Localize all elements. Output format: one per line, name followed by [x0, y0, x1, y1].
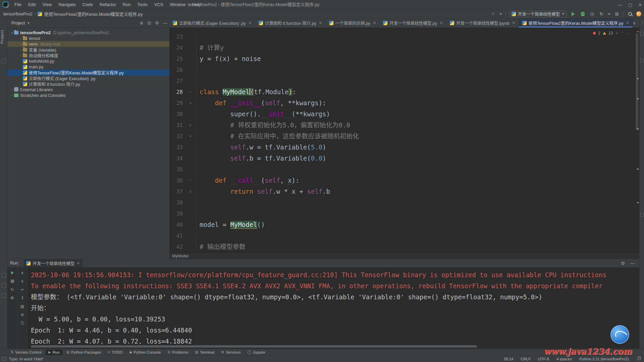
editor-scrollbar[interactable]: [635, 28, 639, 253]
rerun-button[interactable]: [10, 270, 15, 276]
close-tab-icon[interactable]: ✕: [249, 21, 252, 25]
profiler-button[interactable]: ◷: [589, 11, 595, 17]
editor-tab[interactable]: 使用TensorFlow2里的Keras.Model模型定义程序.py✕: [519, 18, 633, 27]
plugin-orange-icon[interactable]: [636, 11, 641, 16]
search-everywhere-icon[interactable]: [627, 11, 633, 17]
close-button[interactable]: ✕: [638, 2, 642, 7]
soft-wrap-icon[interactable]: ↩: [20, 287, 25, 292]
readonly-lock-icon[interactable]: [638, 358, 641, 360]
tree-item[interactable]: ∨tensorflowPro2D:\python_pro\tensorflowP…: [7, 30, 169, 36]
tree-caret-icon[interactable]: ›: [19, 37, 23, 40]
caret-position[interactable]: 28:14: [503, 357, 513, 361]
hide-panel-icon[interactable]: —: [163, 20, 167, 25]
restart-icon[interactable]: ↻: [10, 287, 15, 292]
toolwindow-button-todo[interactable]: ≡TODO: [105, 350, 125, 355]
notifications-icon[interactable]: [640, 32, 644, 36]
fold-marker-icon[interactable]: ∨: [184, 120, 197, 131]
tree-caret-icon[interactable]: ›: [10, 88, 14, 92]
run-button[interactable]: [570, 11, 576, 17]
hide-panel-icon[interactable]: —: [630, 261, 635, 266]
tree-item[interactable]: ›tensor: [7, 36, 169, 41]
fold-marker-icon[interactable]: ∨: [184, 131, 197, 142]
more-run-options-icon[interactable]: [608, 13, 610, 15]
git-dropdown-icon[interactable]: [499, 13, 502, 15]
stop-button[interactable]: [614, 11, 620, 17]
line-separator[interactable]: CRLF: [521, 357, 531, 361]
more-options-icon[interactable]: ⋮: [641, 21, 644, 25]
code-editor[interactable]: 2324# 计算y25y = f(x) + noise262728−class …: [169, 28, 639, 253]
maximize-button[interactable]: ▢: [628, 2, 632, 7]
python-interpreter[interactable]: Python 3.11 (tensorflowPro2): [579, 357, 629, 361]
hidden-tabs-icon[interactable]: ∨: [633, 21, 636, 25]
editor-tab[interactable]: 一个简单的示例.py✕: [326, 18, 380, 27]
sciview-icon[interactable]: [640, 59, 644, 62]
clear-console-icon[interactable]: ⊘: [20, 312, 25, 317]
database-icon[interactable]: [640, 213, 644, 217]
tree-caret-icon[interactable]: ›: [10, 94, 14, 97]
debug-toolwindow-icon[interactable]: [1, 293, 6, 298]
toolwindow-button-version-control[interactable]: ⇅Version Control: [8, 350, 44, 355]
run-configuration-select[interactable]: 开发一个简单线性模型: [509, 11, 567, 17]
menu-edit[interactable]: Edit: [25, 1, 38, 8]
stop-run-button[interactable]: [10, 279, 15, 284]
print-icon[interactable]: ▤: [20, 304, 25, 309]
toolwindow-button-jupyter[interactable]: ◯Jupyter: [245, 350, 268, 355]
coverage-button[interactable]: ↻: [598, 11, 604, 17]
floating-widget-icon[interactable]: [610, 325, 629, 344]
tree-caret-icon[interactable]: ›: [19, 43, 23, 46]
close-tab-icon[interactable]: ✕: [626, 21, 629, 25]
close-tab-icon[interactable]: ✕: [440, 21, 443, 25]
editor-tab[interactable]: 计算图和 tf.function 简介.py✕: [255, 18, 326, 27]
run-settings-icon[interactable]: ⚙: [10, 295, 15, 301]
tree-item[interactable]: 使用TensorFlow2里的Keras.Model模型定义程序.py: [7, 70, 169, 75]
minimize-button[interactable]: —: [618, 2, 622, 7]
tree-caret-icon[interactable]: ›: [19, 48, 23, 52]
tree-item[interactable]: main.py: [7, 64, 169, 70]
favorites-icon[interactable]: [1, 283, 6, 288]
toolwindow-button-python-console[interactable]: ◆Python Console: [127, 350, 164, 355]
menu-code[interactable]: Code: [80, 1, 96, 8]
bookmarks-icon[interactable]: [1, 59, 6, 63]
locate-file-icon[interactable]: ⊕: [140, 20, 144, 25]
run-console-output[interactable]: 2025-10-06 19:15:56.904153: I tensorflow…: [31, 269, 639, 344]
project-panel-title[interactable]: Project: [11, 20, 25, 25]
tree-item[interactable]: 立即执行模式 (Eager Execution) .py: [7, 75, 169, 81]
toolwindow-button-problems[interactable]: ⊘Problems: [165, 350, 191, 355]
menu-file[interactable]: File: [12, 1, 24, 8]
indent-style[interactable]: 4 spaces: [556, 357, 572, 361]
structure-icon[interactable]: [1, 273, 6, 278]
scroll-to-end-icon[interactable]: ↧: [20, 295, 25, 301]
up-stacktrace-icon[interactable]: ∧: [20, 270, 25, 276]
breadcrumb-file[interactable]: 使用TensorFlow2里的Keras.Model模型定义程序.py: [44, 11, 143, 17]
close-tab-icon[interactable]: ✕: [373, 21, 376, 25]
tree-item[interactable]: ›变量 (Variable): [7, 47, 169, 53]
git-branch-icon[interactable]: ⑂: [490, 11, 496, 17]
toolwindow-button-services[interactable]: ⚙Services: [218, 350, 243, 355]
file-encoding[interactable]: UTF-8: [538, 357, 549, 361]
tree-item[interactable]: ›External Libraries: [7, 87, 169, 93]
breadcrumb-class[interactable]: MyModel: [172, 254, 189, 258]
project-stripe-button[interactable]: Project: [0, 30, 7, 44]
toolwindow-button-run[interactable]: ▶Run: [46, 350, 62, 355]
tree-item[interactable]: helloWorld.py: [7, 58, 169, 64]
fold-marker-icon[interactable]: ∨: [184, 98, 197, 109]
toolwindow-button-terminal[interactable]: ▥Terminal: [193, 350, 217, 355]
chevron-down-icon[interactable]: ▼: [27, 21, 30, 25]
inspection-widget[interactable]: 2 13 ✓ ⌃ ⌄: [593, 31, 629, 36]
tree-caret-icon[interactable]: ∨: [10, 31, 14, 35]
close-tab-icon[interactable]: ✕: [319, 21, 322, 25]
fold-marker-icon[interactable]: −: [184, 86, 197, 98]
tree-caret-icon[interactable]: ›: [19, 54, 23, 57]
fold-marker-icon[interactable]: ∨: [184, 186, 197, 197]
menu-window[interactable]: Window: [167, 1, 188, 8]
close-icon[interactable]: ✕: [76, 261, 79, 265]
tree-item[interactable]: 计算图和 tf.function 简介.py: [7, 81, 169, 87]
menu-refactor[interactable]: Refactor: [97, 1, 119, 8]
settings-gear-icon[interactable]: ⚙: [155, 20, 159, 25]
menu-run[interactable]: Run: [120, 1, 133, 8]
prev-issue-icon[interactable]: ⌃: [621, 31, 624, 35]
settings-gear-icon[interactable]: ⚙: [621, 261, 625, 266]
tree-item[interactable]: ›自动微分和梯度: [7, 53, 169, 58]
close-tab-icon[interactable]: ✕: [512, 21, 515, 25]
menu-tools[interactable]: Tools: [135, 1, 150, 8]
